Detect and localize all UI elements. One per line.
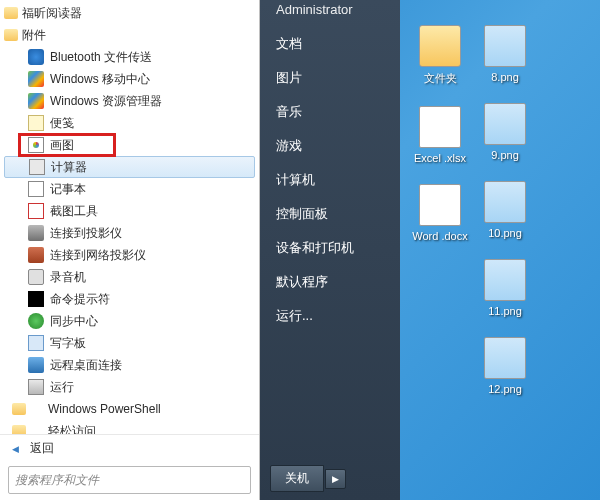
program-list: 福昕阅读器 附件 Bluetooth 文件传送 Windows 移动中心 Win… [0,0,259,434]
app-sound-recorder[interactable]: 录音机 [0,266,259,288]
sticky-note-icon [28,115,44,131]
wordpad-icon [28,335,44,351]
app-explorer[interactable]: Windows 资源管理器 [0,90,259,112]
link-music[interactable]: 音乐 [260,95,400,129]
app-snipping-tool[interactable]: 截图工具 [0,200,259,222]
link-devices-printers[interactable]: 设备和打印机 [260,231,400,265]
link-run[interactable]: 运行... [260,299,400,333]
folder-ease-of-access[interactable]: 轻松访问 [0,420,259,434]
desktop-icon-excel[interactable]: Excel .xlsx [405,106,475,164]
link-documents[interactable]: 文档 [260,27,400,61]
desktop-icon-12png[interactable]: 12.png [470,337,540,395]
link-games[interactable]: 游戏 [260,129,400,163]
shutdown-button[interactable]: 关机 [270,465,324,492]
folder-accessories[interactable]: 附件 [0,24,259,46]
back-button[interactable]: 返回 [0,434,259,462]
desktop-column-1: 文件夹 Excel .xlsx Word .docx [405,25,475,242]
app-run[interactable]: 运行 [0,376,259,398]
desktop-icon-8png[interactable]: 8.png [470,25,540,83]
start-menu-left-panel: 福昕阅读器 附件 Bluetooth 文件传送 Windows 移动中心 Win… [0,0,260,500]
windows-icon [28,93,44,109]
start-menu-right-panel: Administrator 文档 图片 音乐 游戏 计算机 控制面板 设备和打印… [260,0,400,500]
notepad-icon [28,181,44,197]
folder-foxit[interactable]: 福昕阅读器 [0,2,259,24]
terminal-icon [28,291,44,307]
app-command-prompt[interactable]: 命令提示符 [0,288,259,310]
app-paint[interactable]: 画图 [0,134,259,156]
folder-powershell[interactable]: Windows PowerShell [0,398,259,420]
run-icon [28,379,44,395]
app-calculator[interactable]: 计算器 [4,156,255,178]
desktop-icon-word[interactable]: Word .docx [405,184,475,242]
app-sticky-notes[interactable]: 便笺 [0,112,259,134]
link-pictures[interactable]: 图片 [260,61,400,95]
bluetooth-icon [28,49,44,65]
sync-icon [28,313,44,329]
app-remote-desktop[interactable]: 远程桌面连接 [0,354,259,376]
app-notepad[interactable]: 记事本 [0,178,259,200]
link-control-panel[interactable]: 控制面板 [260,197,400,231]
app-wordpad[interactable]: 写字板 [0,332,259,354]
calculator-icon [29,159,45,175]
scissors-icon [28,203,44,219]
desktop-column-2: 8.png 9.png 10.png 11.png 12.png [470,25,540,395]
desktop-icon-9png[interactable]: 9.png [470,103,540,161]
windows-icon [28,71,44,87]
search-input[interactable]: 搜索程序和文件 [8,466,251,494]
link-computer[interactable]: 计算机 [260,163,400,197]
app-sync-center[interactable]: 同步中心 [0,310,259,332]
desktop-icon-folder[interactable]: 文件夹 [405,25,475,86]
user-name[interactable]: Administrator [260,0,400,27]
microphone-icon [28,269,44,285]
app-projector[interactable]: 连接到投影仪 [0,222,259,244]
app-bluetooth[interactable]: Bluetooth 文件传送 [0,46,259,68]
link-default-programs[interactable]: 默认程序 [260,265,400,299]
start-menu: 福昕阅读器 附件 Bluetooth 文件传送 Windows 移动中心 Win… [0,0,400,500]
app-mobility-center[interactable]: Windows 移动中心 [0,68,259,90]
network-projector-icon [28,247,44,263]
desktop-icon-11png[interactable]: 11.png [470,259,540,317]
paint-icon [28,137,44,153]
remote-desktop-icon [28,357,44,373]
app-network-projector[interactable]: 连接到网络投影仪 [0,244,259,266]
shutdown-menu-arrow[interactable]: ▶ [325,469,346,489]
shutdown-area: 关机 ▶ [260,459,400,500]
projector-icon [28,225,44,241]
desktop-icon-10png[interactable]: 10.png [470,181,540,239]
